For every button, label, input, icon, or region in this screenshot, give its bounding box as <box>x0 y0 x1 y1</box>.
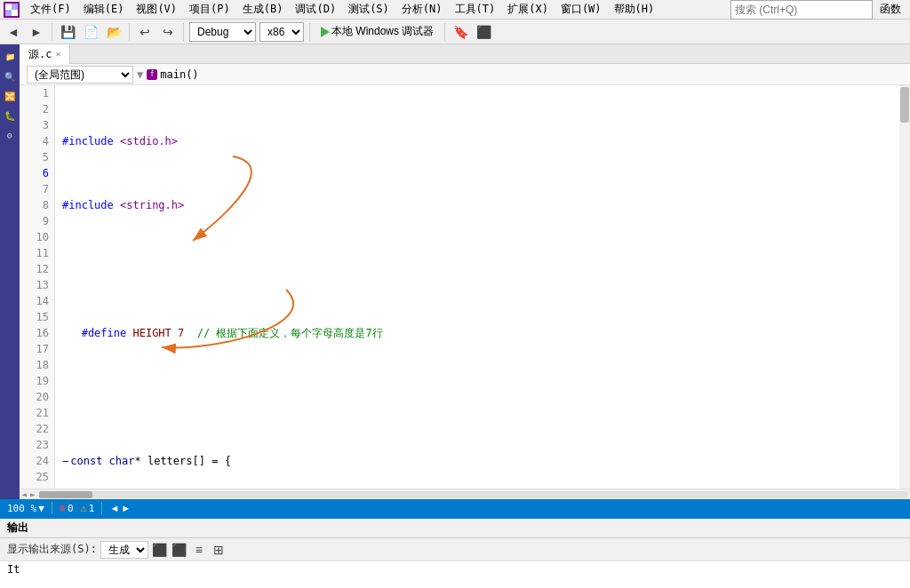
hscroll: ◄ ► <box>20 489 910 499</box>
output-btn3[interactable]: ≡ <box>191 542 207 558</box>
func-name: main() <box>160 68 198 81</box>
run-button[interactable]: 本地 Windows 调试器 <box>315 22 439 41</box>
svg-rect-0 <box>5 4 12 10</box>
editor-container: 源.c ✕ (全局范围) ▼ f main() 1 2 3 4 5 6 <box>20 44 910 499</box>
sep-nav <box>101 502 102 514</box>
activity-solution[interactable]: 📁 <box>1 48 19 66</box>
ln-25: 25 <box>20 469 54 485</box>
ln-12: 12 <box>20 261 54 277</box>
ln-17: 17 <box>20 341 54 357</box>
zoom-dropdown-icon[interactable]: ▼ <box>38 503 44 514</box>
ln-20: 20 <box>20 389 54 405</box>
ln-23: 23 <box>20 437 54 453</box>
code-line-6: − const char * letters[] = { <box>62 453 910 469</box>
output-btn2[interactable]: ⬛ <box>172 542 188 558</box>
config-dropdown[interactable]: Debug Release <box>189 22 256 42</box>
output-source-dropdown[interactable]: 生成 <box>100 541 148 559</box>
nav-back-btn[interactable]: ◄ <box>109 503 119 513</box>
sep2 <box>129 23 130 41</box>
search-input[interactable] <box>730 0 873 20</box>
error-count[interactable]: ⊗ 0 <box>60 502 74 514</box>
menu-project[interactable]: 项目(P) <box>184 0 235 19</box>
menu-window[interactable]: 窗口(W) <box>555 0 607 19</box>
activity-extensions[interactable]: ⚙ <box>1 126 19 144</box>
line-numbers: 1 2 3 4 5 6 7 8 9 10 11 12 13 14 15 16 1… <box>20 85 55 489</box>
output-text: It <box>7 563 20 576</box>
warning-value: 1 <box>89 503 95 514</box>
warning-count[interactable]: ⚠ 1 <box>81 502 95 514</box>
output-title: 输出 <box>7 520 28 536</box>
menu-build[interactable]: 生成(B) <box>237 0 289 19</box>
menu-help[interactable]: 帮助(H) <box>609 0 660 19</box>
menu-debug[interactable]: 调试(D) <box>290 0 341 19</box>
undo-btn[interactable]: ↩ <box>135 22 155 42</box>
ln-9: 9 <box>20 213 54 229</box>
breakpoint-btn[interactable]: ⬛ <box>474 22 493 42</box>
breadcrumb-separator: ▼ <box>137 68 143 81</box>
run-label: 本地 Windows 调试器 <box>331 24 434 39</box>
activity-debug[interactable]: 🐛 <box>1 107 19 124</box>
collapse-6[interactable]: − <box>62 453 68 469</box>
redo-btn[interactable]: ↪ <box>158 22 178 42</box>
back-btn[interactable]: ◄ <box>4 22 23 42</box>
menu-edit[interactable]: 编辑(E) <box>78 0 130 19</box>
menu-test[interactable]: 测试(S) <box>343 0 395 19</box>
sep3 <box>183 23 184 41</box>
scroll-right[interactable]: ► <box>28 489 37 499</box>
output-btn4[interactable]: ⊞ <box>211 542 227 558</box>
activity-search[interactable]: 🔍 <box>1 68 19 85</box>
play-icon <box>321 27 330 37</box>
nav-forward-btn[interactable]: ► <box>121 503 131 513</box>
vs-logo <box>4 2 20 18</box>
vscrollbar[interactable] <box>899 85 910 489</box>
ln-1: 1 <box>20 85 54 101</box>
bookmark-btn[interactable]: 🔖 <box>451 22 470 42</box>
save-btn[interactable]: 💾 <box>58 22 77 42</box>
ln-19: 19 <box>20 373 54 389</box>
ln-24: 24 <box>20 453 54 469</box>
output-panel: 输出 显示输出来源(S): 生成 ⬛ ⬛ ≡ ⊞ It <box>0 517 910 588</box>
error-icon: ⊗ <box>60 502 66 514</box>
breadcrumb-bar: (全局范围) ▼ f main() <box>20 64 910 85</box>
output-content: It <box>0 561 910 588</box>
code-line-5 <box>62 389 910 405</box>
new-btn[interactable]: 📄 <box>81 22 100 42</box>
tab-source-c[interactable]: 源.c ✕ <box>20 44 70 64</box>
tab-label: 源.c <box>28 44 52 64</box>
forward-btn[interactable]: ► <box>27 22 46 42</box>
code-line-4: #define HEIGHT 7 // 根据下面定义，每个字母高度是7行 <box>62 325 910 341</box>
scroll-left[interactable]: ◄ <box>20 489 28 499</box>
ln-15: 15 <box>20 309 54 325</box>
sep-status <box>52 502 52 514</box>
open-btn[interactable]: 📂 <box>104 22 124 42</box>
menubar: 文件(F) 编辑(E) 视图(V) 项目(P) 生成(B) 调试(D) 测试(S… <box>0 0 910 20</box>
menu-file[interactable]: 文件(F) <box>25 0 76 19</box>
code-content: #include <stdio.h> #include <string.h> #… <box>55 85 910 489</box>
hscroll-track[interactable] <box>39 491 908 498</box>
svg-rect-2 <box>5 10 12 16</box>
ln-4: 4 <box>20 133 54 149</box>
output-source-label: 显示输出来源(S): <box>7 542 97 557</box>
ln-18: 18 <box>20 357 54 373</box>
error-value: 0 <box>68 503 74 514</box>
menu-view[interactable]: 视图(V) <box>131 0 182 19</box>
sep1 <box>52 23 52 41</box>
output-btn1[interactable]: ⬛ <box>152 542 168 558</box>
menu-tools[interactable]: 工具(T) <box>450 0 501 19</box>
platform-dropdown[interactable]: x86 x64 <box>259 22 304 42</box>
zoom-level[interactable]: 100 % ▼ <box>7 503 44 514</box>
hscroll-thumb[interactable] <box>39 491 92 498</box>
tab-close-icon[interactable]: ✕ <box>55 44 60 64</box>
output-header: 输出 <box>0 519 910 538</box>
ln-5: 5 <box>20 149 54 165</box>
activity-git[interactable]: 🔀 <box>1 87 19 105</box>
menu-analyze[interactable]: 分析(N) <box>396 0 448 19</box>
scope-dropdown[interactable]: (全局范围) <box>27 66 133 83</box>
code-editor[interactable]: 1 2 3 4 5 6 7 8 9 10 11 12 13 14 15 16 1… <box>20 85 910 489</box>
vscroll-thumb[interactable] <box>900 87 909 123</box>
ln-11: 11 <box>20 245 54 261</box>
code-line-2: #include <string.h> <box>62 197 910 213</box>
ln-6: 6 <box>20 165 54 181</box>
menu-extensions[interactable]: 扩展(X) <box>502 0 554 19</box>
breadcrumb-func: f main() <box>147 68 198 81</box>
